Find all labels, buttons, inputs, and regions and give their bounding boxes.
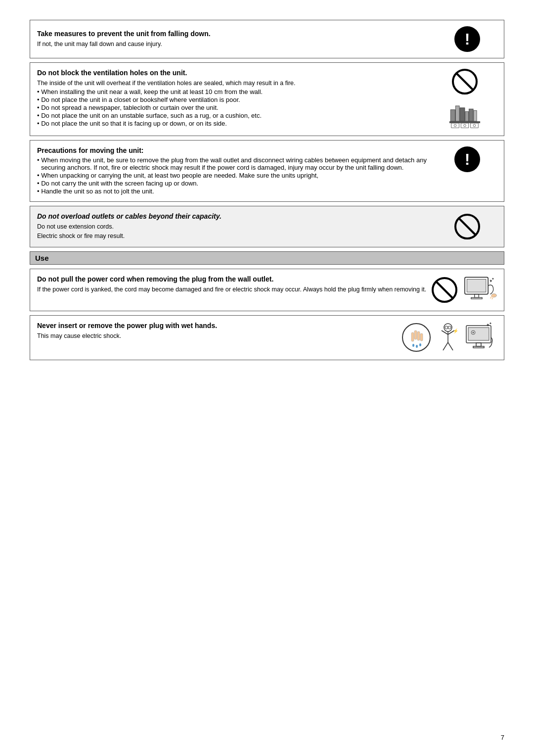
overload-icons (438, 214, 497, 239)
section-power-cord: Do not pull the power cord when removing… (30, 269, 504, 311)
moving-bullets: When moving the unit, be sure to remove … (37, 156, 433, 195)
use-band-label: Use (35, 254, 49, 262)
bullet-item: Handle the unit so as not to jolt the un… (37, 188, 433, 195)
wet-hands-icons: ⚡ ✦ ✦ (398, 322, 497, 354)
prevent-falling-title: Take measures to prevent the unit from f… (37, 30, 433, 38)
moving-icons: ! (438, 146, 497, 172)
power-cord-text: Do not pull the power cord when removing… (37, 275, 432, 294)
bullet-item: When moving the unit, be sure to remove … (37, 156, 433, 171)
svg-rect-50 (476, 343, 481, 346)
svg-point-49 (472, 331, 474, 333)
svg-rect-9 (451, 123, 459, 128)
section-ventilation: Do not block the ventilation holes on th… (30, 62, 504, 136)
power-cord-icons: ✦ ✦ (432, 275, 497, 305)
wet-hands-body: This may cause electric shock. (37, 331, 393, 341)
svg-line-24 (490, 295, 492, 298)
warning-icon: ! (454, 26, 480, 52)
svg-line-16 (458, 218, 476, 236)
svg-point-37 (445, 326, 448, 329)
svg-rect-29 (411, 332, 414, 341)
svg-text:✦: ✦ (489, 322, 492, 325)
monitor-cord-illustration: ✦ ✦ (462, 275, 497, 305)
page-number: 7 (501, 734, 504, 741)
svg-line-44 (448, 342, 453, 350)
wet-hand-icon (401, 322, 431, 354)
svg-line-18 (436, 281, 453, 299)
power-cord-title: Do not pull the power cord when removing… (37, 275, 427, 283)
svg-point-35 (419, 343, 421, 346)
books-illustration (447, 97, 482, 130)
monitor-illustration-2: ✦ ✦ (464, 322, 494, 354)
bullet-item: Do not place the unit on an unstable sur… (37, 112, 428, 119)
svg-point-12 (454, 124, 456, 127)
svg-rect-7 (469, 109, 474, 121)
bullet-item: Do not place the unit so that it is faci… (37, 120, 428, 127)
svg-point-33 (412, 344, 414, 347)
page-content: Take measures to prevent the unit from f… (30, 20, 504, 360)
svg-point-38 (448, 326, 451, 329)
use-band: Use (30, 251, 504, 265)
no-sign-icon-2 (454, 214, 480, 239)
prevent-falling-icons: ! (438, 26, 497, 52)
svg-rect-21 (475, 294, 479, 297)
svg-rect-11 (471, 123, 479, 128)
moving-text: Precautions for moving the unit: When mo… (37, 146, 438, 195)
svg-rect-3 (450, 110, 455, 121)
svg-rect-51 (473, 346, 484, 348)
prevent-falling-body: If not, the unit may fall down and cause… (37, 40, 433, 49)
no-sign-icon (452, 69, 478, 94)
svg-rect-47 (468, 328, 489, 340)
power-cord-body: If the power cord is yanked, the cord ma… (37, 285, 427, 294)
bullet-item: When installing the unit near a wall, ke… (37, 88, 428, 95)
svg-line-1 (456, 73, 474, 91)
svg-rect-8 (474, 110, 477, 121)
prevent-falling-text: Take measures to prevent the unit from f… (37, 30, 438, 49)
svg-rect-6 (465, 112, 469, 121)
svg-rect-30 (414, 331, 417, 339)
overload-body: Do not use extension cords. Electric sho… (37, 222, 433, 241)
shock-person-icon: ⚡ (434, 322, 461, 354)
section-wet-hands: Never insert or remove the power plug wi… (30, 315, 504, 360)
svg-rect-20 (467, 279, 486, 292)
warning-icon-2: ! (454, 146, 480, 172)
svg-rect-31 (417, 331, 420, 340)
ventilation-body: The inside of the unit will overheat if … (37, 79, 428, 88)
svg-point-34 (416, 345, 418, 348)
svg-text:✦: ✦ (491, 277, 494, 281)
svg-text:⚡: ⚡ (453, 328, 459, 334)
ventilation-title: Do not block the ventilation holes on th… (37, 69, 428, 77)
section-prevent-falling: Take measures to prevent the unit from f… (30, 20, 504, 58)
svg-rect-32 (420, 333, 423, 341)
svg-rect-4 (455, 106, 459, 121)
svg-point-14 (473, 124, 476, 127)
svg-rect-10 (461, 123, 469, 128)
section-moving: Precautions for moving the unit: When mo… (30, 140, 504, 202)
svg-rect-5 (460, 108, 465, 121)
wet-hands-text: Never insert or remove the power plug wi… (37, 322, 398, 341)
overload-text: Do not overload outlets or cables beyond… (37, 212, 438, 241)
section-overload: Do not overload outlets or cables beyond… (30, 206, 504, 247)
ventilation-icons (433, 69, 497, 130)
moving-title: Precautions for moving the unit: (37, 146, 433, 154)
ventilation-text: Do not block the ventilation holes on th… (37, 69, 433, 128)
bullet-item: When unpacking or carrying the unit, at … (37, 172, 433, 179)
bullet-item: Do not carry the unit with the screen fa… (37, 180, 433, 187)
svg-point-13 (464, 124, 466, 127)
bullet-item: Do not spread a newspaper, tablecloth or… (37, 104, 428, 111)
svg-rect-2 (449, 121, 480, 123)
bullet-item: Do not place the unit in a closet or boo… (37, 96, 428, 103)
ventilation-bullets: When installing the unit near a wall, ke… (37, 88, 428, 127)
wet-hands-title: Never insert or remove the power plug wi… (37, 322, 393, 330)
svg-rect-22 (471, 297, 482, 299)
overload-title: Do not overload outlets or cables beyond… (37, 212, 433, 220)
svg-line-43 (443, 342, 448, 350)
no-sign-icon-3 (432, 277, 457, 303)
